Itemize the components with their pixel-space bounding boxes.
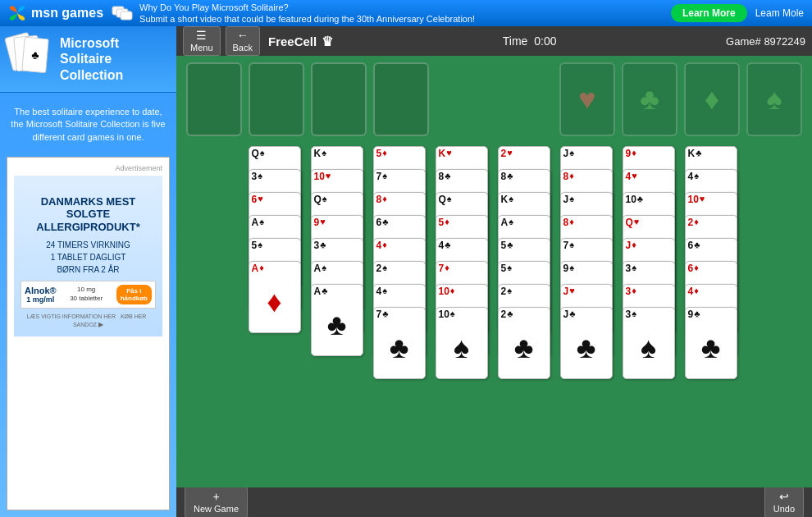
- free-cell-4[interactable]: [373, 62, 429, 136]
- time-value: 0:00: [534, 34, 556, 48]
- column-2: K♠♠ 10♥♥ Q♠♠ 9♥♥ 3♣♣ A♠♠ A♣♣: [311, 146, 367, 442]
- ad-footer: LÆS VIGTIG INFORMATION HER KØB HER SANDO…: [21, 313, 156, 330]
- solitaire-promo: ♠ ♥ ♣ Microsoft Solitaire Collection: [0, 26, 176, 93]
- menu-icon: ☰: [196, 30, 207, 42]
- msn-text: msn games: [31, 6, 103, 21]
- promo-title-line2: Solitaire: [60, 51, 123, 66]
- left-sidebar: ♠ ♥ ♣ Microsoft Solitaire Collection The…: [0, 26, 176, 517]
- ad-pill-button[interactable]: Fås ihåndkøb: [116, 285, 152, 304]
- foundation-hearts[interactable]: ♥: [559, 62, 615, 136]
- banner-text: Why Do You Play Microsoft Solitaire? Sub…: [139, 2, 475, 25]
- user-name: Leam Mole: [755, 7, 804, 19]
- back-label: Back: [233, 43, 253, 53]
- ad-product-area: Alnok® 1 mg/ml 10 mg30 tabletter Fås ihå…: [21, 281, 156, 309]
- game-name: FreeCell: [268, 34, 317, 48]
- menu-button[interactable]: ☰ Menu: [183, 26, 221, 55]
- column-5: 2♥♥ 8♣♣ K♠♠ A♠♠ 5♣♣ 5♠♠ 2♠♠ 2♣♣: [498, 146, 554, 458]
- top-row: ♥ ♣ ♦ ♠: [186, 62, 802, 136]
- time-label: Time: [503, 34, 528, 48]
- game-title-area: FreeCell ♛: [268, 34, 333, 49]
- new-game-button[interactable]: + New Game: [185, 487, 248, 517]
- undo-label: Undo: [773, 504, 795, 515]
- ad-area: Advertisement DANMARKS MESTSOLGTE ALLERG…: [7, 157, 170, 510]
- foundation-spades[interactable]: ♠: [746, 62, 802, 136]
- menu-label: Menu: [190, 43, 213, 53]
- ad-content[interactable]: DANMARKS MESTSOLGTE ALLERGIPRODUKT* 24 T…: [14, 176, 162, 336]
- back-icon: ←: [237, 30, 249, 42]
- undo-button[interactable]: ↩ Undo: [764, 487, 804, 517]
- banner-promo: Why Do You Play Microsoft Solitaire? Sub…: [112, 2, 663, 25]
- ad-label: Advertisement: [14, 164, 162, 172]
- promo-title: Microsoft Solitaire Collection: [60, 35, 123, 83]
- promo-line2: Submit a short video that could be featu…: [139, 13, 475, 25]
- game-number-area: Game# 8972249: [726, 35, 805, 48]
- free-cell-3[interactable]: [311, 62, 367, 136]
- card-bottom[interactable]: A♣♣: [311, 284, 363, 356]
- foundation-diamonds[interactable]: ♦: [684, 62, 740, 136]
- top-banner: msn games Why Do You Play Microsoft Soli…: [0, 0, 812, 26]
- learn-more-button[interactable]: Learn More: [671, 4, 747, 22]
- promo-title-line3: Collection: [60, 67, 123, 83]
- game-num-label: Game#: [726, 35, 761, 48]
- promo-title-line1: Microsoft: [60, 35, 123, 51]
- column-8: K♣♣ 4♠♠ 10♥♥ 2♦♦ 6♣♣ 6♦♦ 4♦♦ 9♣♣: [685, 146, 741, 458]
- card-bottom[interactable]: A♦♦: [249, 261, 301, 333]
- free-cell-2[interactable]: [249, 62, 304, 136]
- promo-cards-visual: ♠ ♥ ♣: [8, 34, 53, 84]
- promo-subtitle: The best solitaire experience to date, t…: [0, 99, 176, 150]
- columns-row: Q♠♠ 3♠♠ 6♥♥ A♠♠ 5♠♠ A♦♦ K♠♠ 10♥♥ Q♠♠ 9♥♥…: [186, 146, 802, 458]
- ad-headline: DANMARKS MESTSOLGTE ALLERGIPRODUKT*: [21, 182, 156, 233]
- column-1: Q♠♠ 3♠♠ 6♥♥ A♠♠ 5♠♠ A♦♦: [249, 146, 304, 425]
- card-bottom[interactable]: 10♠♠: [436, 307, 488, 379]
- crown-icon: ♛: [322, 34, 333, 49]
- time-area: Time 0:00: [338, 34, 721, 48]
- column-4: K♥♥ 8♣♣ Q♠♠ 5♦♦ 4♣♣ 7♦♦ 10♦♦ 10♠♠: [436, 146, 491, 458]
- msn-logo[interactable]: msn games: [8, 4, 103, 22]
- game-area: ☰ Menu ← Back FreeCell ♛ Time 0:00 Game#…: [176, 26, 812, 517]
- game-num-value: 8972249: [764, 35, 805, 48]
- new-game-icon: +: [212, 490, 219, 504]
- back-button[interactable]: ← Back: [226, 26, 260, 55]
- card-bottom[interactable]: 7♣♣: [373, 307, 426, 379]
- free-cell-1[interactable]: [186, 62, 242, 136]
- column-7: 9♦♦ 4♥♥ 10♣♣ Q♥♥ J♦♦ 3♠♠ 3♦♦ 3♠♠: [623, 146, 678, 458]
- promo-card-3: ♣: [21, 37, 49, 73]
- promo-line1: Why Do You Play Microsoft Solitaire?: [139, 2, 475, 13]
- card-table: ♥ ♣ ♦ ♠ Q♠♠ 3♠♠ 6♥♥ A♠♠ 5♠♠ A♦♦ K♠♠: [176, 56, 812, 487]
- main-layout: ♠ ♥ ♣ Microsoft Solitaire Collection The…: [0, 26, 812, 517]
- column-6: J♠♠ 8♦♦ J♠♠ 8♦♦ 7♠♠ 9♠♠ J♥♥ J♣♣: [560, 146, 616, 458]
- card-bottom[interactable]: J♣♣: [560, 307, 613, 379]
- svg-rect-2: [121, 11, 132, 20]
- new-game-label: New Game: [194, 504, 239, 515]
- undo-icon: ↩: [779, 490, 789, 504]
- card-bottom[interactable]: 3♠♠: [623, 307, 675, 379]
- ad-subtext: 24 TIMERS VIRKNING1 TABLET DAGLIGTBØRN F…: [21, 239, 156, 276]
- foundation-clubs[interactable]: ♣: [622, 62, 677, 136]
- game-toolbar: ☰ Menu ← Back FreeCell ♛ Time 0:00 Game#…: [176, 26, 812, 56]
- card-bottom[interactable]: 9♣♣: [685, 307, 737, 379]
- bottom-bar: + New Game ↩ Undo: [176, 487, 812, 517]
- column-3: 5♦♦ 7♠♠ 8♦♦ 6♣♣ 4♦♦ 2♠♠ 4♠♠ 7♣♣: [373, 146, 429, 458]
- card-bottom[interactable]: 2♣♣: [498, 307, 550, 379]
